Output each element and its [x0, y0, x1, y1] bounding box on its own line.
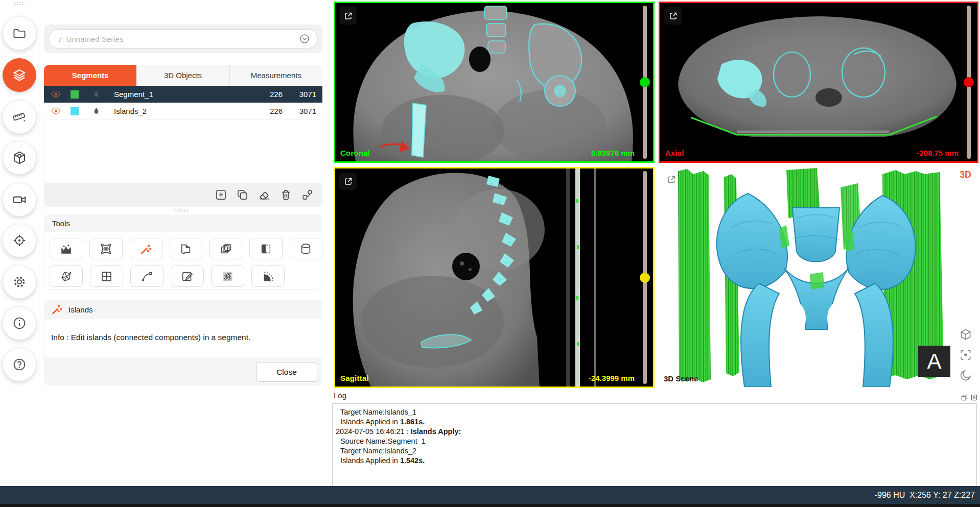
- sidebar-item-camera[interactable]: [3, 183, 36, 216]
- moon-icon: [959, 369, 972, 382]
- sidebar-item-target[interactable]: [3, 224, 36, 257]
- sidebar-item-measure[interactable]: [3, 100, 36, 134]
- segment-value-1: 226: [254, 107, 283, 115]
- coronal-ct-image: [335, 3, 653, 161]
- bottom-edge: [0, 504, 980, 507]
- tool-curve[interactable]: [130, 265, 164, 287]
- center-focus-icon: [959, 348, 972, 361]
- sidebar-rail: [0, 0, 39, 486]
- popout-icon[interactable]: [961, 394, 968, 401]
- slice-slider-handle[interactable]: [964, 77, 974, 87]
- log-output[interactable]: Target Name:Islands_1 Islands Applied in…: [332, 403, 977, 488]
- tool-grid-split[interactable]: [90, 265, 123, 287]
- expand-icon: [666, 175, 676, 185]
- log-window-controls: [961, 394, 978, 401]
- tool-texture[interactable]: [211, 265, 244, 287]
- slice-position: -24.3999 mm: [589, 374, 635, 382]
- visibility-eye-icon[interactable]: [51, 89, 62, 100]
- sidebar-item-3d-objects[interactable]: [3, 141, 36, 175]
- axial-ct-image: [660, 3, 977, 161]
- tools-card: Tools: [44, 214, 322, 290]
- close-box-icon[interactable]: [970, 394, 978, 401]
- trash-button[interactable]: [279, 188, 292, 201]
- segmentation-panel: 7: Unnamed Series Segments 3D Objects Me…: [39, 0, 322, 486]
- tool-margin[interactable]: [249, 238, 282, 259]
- sidebar-item-segments[interactable]: [3, 58, 36, 92]
- sidebar-item-files[interactable]: [3, 16, 36, 50]
- log-entry: Target Name:Islands_2: [333, 446, 976, 456]
- close-button[interactable]: Close: [256, 362, 317, 382]
- tools-title: Tools: [44, 214, 322, 232]
- tool-threshold[interactable]: [50, 238, 82, 259]
- split-islands-button[interactable]: [301, 188, 314, 201]
- slice-slider-handle[interactable]: [640, 77, 650, 87]
- slice-position: 0.83978 mm: [591, 149, 635, 157]
- coronal-viewport[interactable]: Coronal 0.83978 mm: [334, 2, 655, 163]
- opacity-droplet-icon[interactable]: [92, 90, 100, 99]
- tab-measurements[interactable]: Measurements: [229, 65, 322, 86]
- add-segment-button[interactable]: [215, 188, 227, 201]
- segment-color-swatch[interactable]: [71, 107, 79, 115]
- segment-row[interactable]: Segment_1 226 3071: [44, 86, 322, 103]
- fullscreen-expand-button[interactable]: [663, 171, 680, 188]
- medical-imaging-app: 7: Unnamed Series Segments 3D Objects Me…: [0, 0, 980, 507]
- log-entry: Islands Applied in 1.542s.: [333, 456, 976, 466]
- tool-edit[interactable]: [171, 265, 204, 287]
- scene-dark-mode-button[interactable]: [959, 369, 972, 382]
- sidebar-item-info[interactable]: [3, 306, 36, 340]
- tool-draw-map[interactable]: [170, 238, 202, 259]
- gear-icon: [11, 274, 28, 290]
- segment-actions-bar: [44, 183, 322, 207]
- log-title: Log: [334, 391, 346, 400]
- expand-icon: [343, 177, 353, 186]
- fullscreen-expand-button[interactable]: [339, 173, 357, 190]
- scene-3d-label: 3D Scene: [664, 374, 698, 383]
- folder-icon: [12, 26, 27, 41]
- sagittal-viewport[interactable]: Sagittal -24.3999 mm: [334, 167, 655, 388]
- segments-card: Segments 3D Objects Measurements Segment…: [44, 65, 322, 207]
- segment-color-swatch[interactable]: [71, 90, 79, 99]
- sidebar-item-help[interactable]: [3, 348, 36, 381]
- log-entry: Source Name:Segment_1: [333, 437, 976, 446]
- series-dropdown-value: 7: Unnamed Series: [58, 35, 299, 43]
- duplicate-segment-button[interactable]: [236, 188, 249, 201]
- fullscreen-expand-button[interactable]: [339, 7, 357, 25]
- islands-wand-icon: [51, 303, 63, 316]
- islands-info-text: Info : Edit islands (connected component…: [44, 319, 322, 356]
- expand-icon: [668, 11, 678, 21]
- sidebar-item-settings[interactable]: [3, 265, 36, 299]
- tab-segments[interactable]: Segments: [44, 65, 136, 86]
- eraser-button[interactable]: [258, 188, 271, 202]
- panel-resize-handle[interactable]: [173, 209, 189, 212]
- rail-drag-handle[interactable]: [14, 2, 25, 6]
- tool-angle-fan[interactable]: [251, 265, 285, 287]
- tools-grid: [44, 232, 322, 287]
- tool-box-select[interactable]: [89, 238, 122, 259]
- fullscreen-expand-button[interactable]: [664, 7, 682, 25]
- tool-multi-slice[interactable]: [209, 238, 242, 259]
- video-camera-icon: [11, 191, 28, 208]
- slice-slider-handle[interactable]: [640, 273, 650, 283]
- viewport-label: Coronal: [340, 149, 370, 157]
- voxel-readout: -996 HU X:256 Y: 27 Z:227: [875, 491, 975, 500]
- sagittal-ct-image: [335, 168, 653, 387]
- tool-hollow-cylinder[interactable]: [290, 238, 322, 259]
- scene-cube-button[interactable]: [959, 328, 972, 341]
- tool-islands-wand[interactable]: [130, 238, 162, 259]
- expand-icon: [343, 11, 353, 21]
- segment-value-1: 226: [254, 90, 283, 99]
- series-dropdown[interactable]: 7: Unnamed Series: [49, 29, 318, 49]
- opacity-droplet-icon[interactable]: [92, 107, 100, 115]
- cube-3d-icon: [11, 150, 28, 166]
- scene-3d-viewport[interactable]: 3D 3D Scene A: [659, 167, 976, 387]
- tool-surface-cut[interactable]: [50, 265, 83, 287]
- visibility-eye-icon[interactable]: [51, 106, 62, 116]
- tab-bar: Segments 3D Objects Measurements: [44, 65, 322, 86]
- log-entry: Islands Applied in 1.861s.: [333, 417, 976, 427]
- segment-row[interactable]: Islands_2 226 3071: [44, 103, 322, 120]
- axial-viewport[interactable]: Axial -208.75 mm: [659, 2, 978, 163]
- tab-3d-objects[interactable]: 3D Objects: [136, 65, 229, 86]
- scene-center-focus-button[interactable]: [959, 348, 972, 361]
- info-icon: [12, 316, 27, 331]
- crosshair-target-icon: [11, 232, 28, 249]
